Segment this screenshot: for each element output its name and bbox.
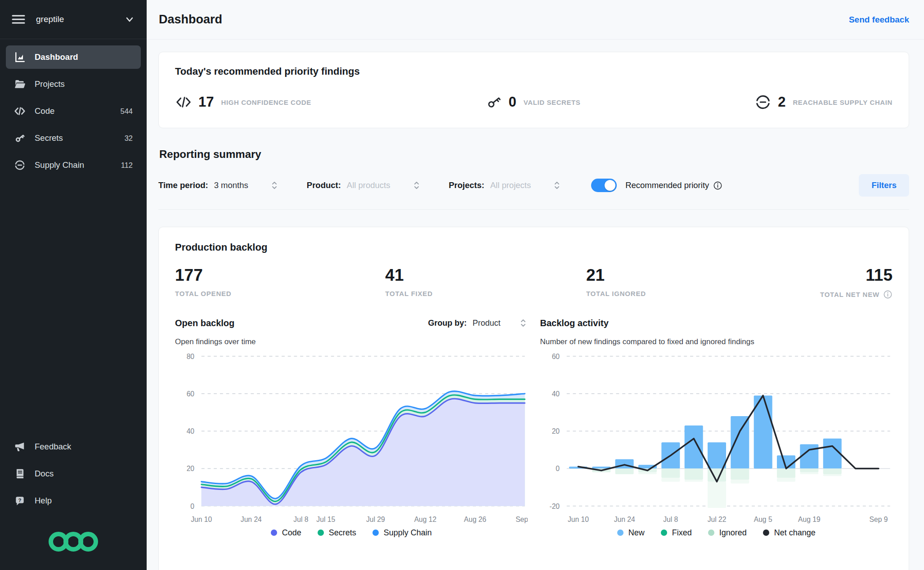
- backlog-activity-panel: Backlog activity Number of new findings …: [540, 315, 893, 538]
- sidebar-item-label: Code: [35, 106, 54, 116]
- svg-text:Jun 24: Jun 24: [614, 516, 635, 523]
- backlog-activity-bar-chart: -200204060Jun 10Jun 24Jul 8Jul 22Aug 5Au…: [540, 350, 893, 526]
- svg-text:20: 20: [552, 427, 560, 435]
- filter-row: Time period: 3 months Product: All produ…: [158, 174, 909, 197]
- group-by-value: Product: [472, 319, 500, 328]
- folder-icon: [14, 78, 26, 90]
- stat-value: 21: [586, 266, 789, 285]
- stat-label: VALID SECRETS: [524, 99, 581, 106]
- select-caret-icon: [412, 180, 421, 191]
- sidebar-item-label: Supply Chain: [35, 160, 84, 170]
- app-root: greptile Dashboard Projects Code 544 Sec…: [0, 0, 924, 570]
- stat-value: 41: [385, 266, 586, 285]
- legend-label: Fixed: [672, 528, 692, 538]
- legend-item-ignored[interactable]: Ignored: [708, 528, 747, 538]
- main-area: Dashboard Send feedback Today's recommen…: [147, 0, 924, 570]
- send-feedback-link[interactable]: Send feedback: [849, 15, 909, 25]
- sidebar-item-projects[interactable]: Projects: [6, 72, 141, 96]
- recommended-priority-toggle[interactable]: [591, 179, 617, 192]
- stat-total-fixed: 41 TOTAL FIXED: [385, 266, 586, 299]
- legend-dot: [271, 530, 277, 536]
- legend-label: Secrets: [329, 528, 356, 538]
- sidebar-item-secrets[interactable]: Secrets 32: [6, 126, 141, 150]
- svg-text:Jul 29: Jul 29: [366, 516, 385, 523]
- select-caret-icon: [270, 180, 279, 191]
- stat-total-net-new: 115 TOTAL NET NEW: [789, 266, 893, 299]
- product-select[interactable]: Product: All products: [307, 180, 421, 191]
- svg-text:Jul 8: Jul 8: [663, 516, 678, 523]
- stat-value: 177: [175, 266, 385, 285]
- product-value: All products: [347, 180, 390, 190]
- info-icon[interactable]: [713, 181, 722, 190]
- legend-dot: [708, 530, 714, 536]
- open-backlog-title: Open backlog: [175, 318, 234, 328]
- stat-reachable-supply-chain[interactable]: 2 REACHABLE SUPPLY CHAIN: [754, 94, 893, 111]
- svg-text:-20: -20: [549, 503, 560, 510]
- legend-label: Ignored: [719, 528, 747, 538]
- charts-row: Open backlog Group by: Product Open find…: [175, 315, 893, 538]
- priority-stats-row: 17 HIGH CONFIDENCE CODE 0 VALID SECRETS …: [175, 94, 893, 111]
- supply-chain-link-icon: [754, 94, 771, 111]
- svg-text:20: 20: [187, 465, 195, 472]
- top-bar: Dashboard Send feedback: [147, 0, 924, 40]
- toggle-knob: [605, 180, 615, 191]
- hamburger-menu-icon[interactable]: [12, 14, 25, 25]
- legend-dot: [763, 530, 769, 536]
- legend-item-net-change[interactable]: Net change: [763, 528, 816, 538]
- backlog-stats-row: 177 TOTAL OPENED 41 TOTAL FIXED 21 TOTAL…: [175, 266, 893, 299]
- stat-valid-secrets[interactable]: 0 VALID SECRETS: [485, 94, 581, 111]
- sidebar-item-docs[interactable]: Docs: [6, 462, 141, 485]
- sidebar-item-help[interactable]: ? Help: [6, 489, 141, 512]
- group-by-select[interactable]: Group by: Product: [428, 318, 527, 328]
- sidebar-item-feedback[interactable]: Feedback: [6, 435, 141, 458]
- org-switcher[interactable]: greptile: [0, 0, 147, 39]
- filters-button[interactable]: Filters: [859, 174, 909, 197]
- help-bubble-icon: ?: [14, 495, 26, 507]
- backlog-activity-subtitle: Number of new findings compared to fixed…: [540, 337, 893, 346]
- time-period-select[interactable]: Time period: 3 months: [158, 180, 279, 191]
- svg-text:Jun 10: Jun 10: [567, 516, 588, 523]
- megaphone-icon: [14, 441, 26, 453]
- code-count-badge: 544: [120, 107, 133, 116]
- code-icon: [175, 94, 192, 111]
- key-icon: [14, 132, 26, 144]
- svg-text:Aug 5: Aug 5: [754, 516, 772, 523]
- legend-item-fixed[interactable]: Fixed: [661, 528, 692, 538]
- sidebar-nav: Dashboard Projects Code 544 Secrets 32 S…: [0, 39, 147, 180]
- legend-item-supply-chain[interactable]: Supply Chain: [372, 528, 432, 538]
- svg-text:Jul 8: Jul 8: [293, 516, 308, 523]
- backlog-card-title: Production backlog: [175, 242, 893, 253]
- svg-text:40: 40: [187, 427, 195, 435]
- open-backlog-subtitle: Open findings over time: [175, 337, 528, 346]
- secrets-count-badge: 32: [125, 134, 133, 143]
- backlog-activity-title: Backlog activity: [540, 318, 609, 328]
- recommended-priority-label: Recommended priority: [625, 180, 709, 190]
- legend-dot: [661, 530, 667, 536]
- info-icon[interactable]: [883, 290, 893, 299]
- logo: [0, 516, 147, 570]
- stat-high-confidence-code[interactable]: 17 HIGH CONFIDENCE CODE: [175, 94, 311, 111]
- projects-label: Projects:: [449, 180, 484, 190]
- group-by-label: Group by:: [428, 319, 466, 328]
- sidebar-item-dashboard[interactable]: Dashboard: [6, 45, 141, 69]
- legend-item-secrets[interactable]: Secrets: [318, 528, 356, 538]
- stat-value: 0: [509, 94, 516, 110]
- supply-chain-count-badge: 112: [121, 161, 133, 170]
- sidebar-item-label: Docs: [35, 469, 54, 479]
- svg-text:Aug 19: Aug 19: [798, 516, 821, 523]
- legend-item-new[interactable]: New: [617, 528, 645, 538]
- stat-label: TOTAL NET NEW: [789, 290, 893, 299]
- stat-label: TOTAL OPENED: [175, 290, 385, 297]
- sidebar-item-code[interactable]: Code 544: [6, 99, 141, 123]
- sidebar-item-label: Projects: [35, 79, 65, 89]
- svg-text:Aug 26: Aug 26: [464, 516, 486, 523]
- svg-text:Jul 15: Jul 15: [316, 516, 335, 523]
- chevron-down-icon[interactable]: [124, 14, 135, 25]
- content: Today's recommended priority findings 17…: [147, 40, 924, 570]
- svg-text:Sep 9: Sep 9: [516, 516, 527, 523]
- select-caret-icon: [519, 318, 528, 328]
- legend-item-code[interactable]: Code: [271, 528, 301, 538]
- projects-select[interactable]: Projects: All projects: [449, 180, 562, 191]
- sidebar-item-supply-chain[interactable]: Supply Chain 112: [6, 153, 141, 177]
- legend-dot: [318, 530, 324, 536]
